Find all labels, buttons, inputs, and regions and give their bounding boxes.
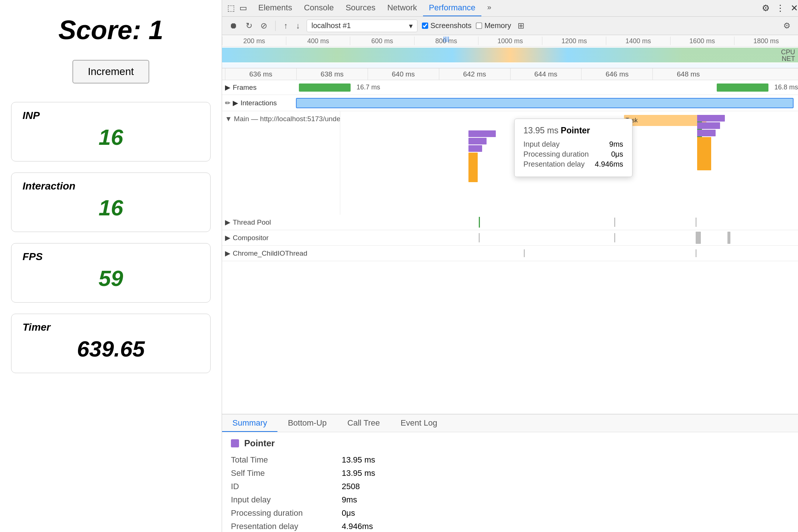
increment-button[interactable]: Increment xyxy=(72,60,150,83)
tooltip-presentation: Presentation delay 4.946ms xyxy=(524,160,623,168)
inp-label: INP xyxy=(23,110,199,122)
interaction-value: 16 xyxy=(23,195,199,221)
flame-purple-1 xyxy=(468,130,496,137)
record-button[interactable]: ⏺ xyxy=(228,20,239,32)
capture-settings-button[interactable]: ⊞ xyxy=(516,20,526,32)
interaction-card: Interaction 16 xyxy=(11,173,211,232)
child-io-tick-1 xyxy=(524,249,525,257)
tab-call-tree[interactable]: Call Tree xyxy=(337,415,390,432)
net-bar xyxy=(222,63,798,68)
memory-checkbox[interactable] xyxy=(476,23,482,29)
compositor-expand-icon[interactable]: ▶ xyxy=(225,233,231,242)
tooltip-processing: Processing duration 0μs xyxy=(524,150,623,158)
child-io-content xyxy=(343,246,795,261)
toolbar-separator xyxy=(275,21,276,31)
thread-pool-tick-2 xyxy=(614,218,615,227)
total-time-key: Total Time xyxy=(231,455,334,465)
tick-600: 600 ms xyxy=(350,37,414,45)
summary-processing-key: Processing duration xyxy=(231,508,334,518)
detail-636: 636 ms xyxy=(225,68,296,80)
summary-content: Pointer Total Time 13.95 ms Self Time 13… xyxy=(222,432,798,532)
tab-elements[interactable]: Elements xyxy=(252,0,298,16)
flame-yellow-2 xyxy=(697,137,711,170)
frame-bar-1 xyxy=(299,83,351,92)
summary-self-time: Self Time 13.95 ms xyxy=(231,468,789,478)
frames-label: ▶ Frames xyxy=(225,83,291,92)
tab-more[interactable]: » xyxy=(481,0,497,16)
score-title: Score: 1 xyxy=(11,15,211,45)
tooltip-type: Pointer xyxy=(561,126,590,135)
bottom-panel: Summary Bottom-Up Call Tree Event Log Po… xyxy=(222,414,798,532)
fps-card: FPS 59 xyxy=(11,243,211,303)
url-dropdown-icon[interactable]: ▾ xyxy=(409,21,413,30)
devtools-toolbar: ⏺ ↻ ⊘ ↑ ↓ localhost #1 ▾ Screenshots Mem… xyxy=(222,17,798,35)
inp-value: 16 xyxy=(23,125,199,150)
perf-settings-button[interactable]: ⚙ xyxy=(782,20,792,32)
left-panel: Score: 1 Increment INP 16 Interaction 16… xyxy=(0,0,222,532)
tooltip-processing-val: 0μs xyxy=(611,150,623,158)
tick-1400: 1400 ms xyxy=(606,37,670,45)
tab-event-log[interactable]: Event Log xyxy=(390,415,447,432)
tab-performance[interactable]: Performance xyxy=(423,0,481,16)
summary-presentation-key: Presentation delay xyxy=(231,522,334,531)
tab-summary[interactable]: Summary xyxy=(222,415,277,432)
screenshots-label: Screenshots xyxy=(430,21,471,30)
thread-pool-content xyxy=(343,215,795,230)
screenshots-checkbox[interactable] xyxy=(422,23,428,29)
self-time-val: 13.95 ms xyxy=(342,468,375,478)
summary-total-time: Total Time 13.95 ms xyxy=(231,455,789,465)
summary-input-delay: Input delay 9ms xyxy=(231,495,789,505)
timeline-overview[interactable]: 200 ms 400 ms 600 ms |||| 800 ms 1000 ms… xyxy=(222,35,798,68)
tick-1800: 1800 ms xyxy=(734,37,798,45)
tab-network[interactable]: Network xyxy=(381,0,423,16)
memory-toggle: Memory xyxy=(477,21,511,30)
interactions-content xyxy=(291,98,798,108)
tab-bottom-up[interactable]: Bottom-Up xyxy=(277,415,337,432)
tick-800: |||| 800 ms xyxy=(414,37,478,45)
thread-pool-tick-3 xyxy=(696,218,696,227)
reload-button[interactable]: ↻ xyxy=(244,20,254,32)
summary-presentation-val: 4.946ms xyxy=(342,522,373,531)
child-io-label[interactable]: ▶ Chrome_ChildIOThread xyxy=(225,249,343,258)
memory-label: Memory xyxy=(484,21,511,30)
tick-400: 400 ms xyxy=(286,37,350,45)
interaction-label: Interaction xyxy=(23,180,199,192)
summary-presentation-delay: Presentation delay 4.946ms xyxy=(231,522,789,531)
flame-purple-2 xyxy=(468,138,487,144)
clear-button[interactable]: ⊘ xyxy=(259,20,269,32)
upload-button[interactable]: ↑ xyxy=(282,20,289,32)
self-time-key: Self Time xyxy=(231,468,334,478)
detail-638: 638 ms xyxy=(296,68,368,80)
more-icon[interactable]: ⋮ xyxy=(776,3,785,13)
settings-icon[interactable]: ⚙ xyxy=(762,3,770,13)
interaction-bar-selected[interactable] xyxy=(296,98,794,108)
inspect-icon[interactable]: ⬚ xyxy=(227,3,235,13)
screenshots-toggle: Screenshots xyxy=(423,21,471,30)
device-icon[interactable]: ▭ xyxy=(239,3,247,13)
compositor-block-2 xyxy=(727,232,730,244)
detail-646: 646 ms xyxy=(581,68,652,80)
close-icon[interactable]: ✕ xyxy=(791,3,798,13)
id-key: ID xyxy=(231,482,334,491)
main-thread-area: ▼ Main — http://localhost:5173/understan… xyxy=(222,111,798,215)
download-button[interactable]: ↓ xyxy=(294,20,301,32)
cpu-bar xyxy=(222,48,798,62)
main-thread-timeline[interactable]: Task 13.95 ms Pointer xyxy=(340,111,798,207)
url-select[interactable]: localhost #1 ▾ xyxy=(307,20,417,32)
tooltip-input-delay-key: Input delay xyxy=(524,140,560,149)
thread-pool-expand-icon[interactable]: ▶ xyxy=(225,218,231,226)
devtools-panel: ⬚ ▭ Elements Console Sources Network Per… xyxy=(222,0,798,532)
tab-console[interactable]: Console xyxy=(298,0,340,16)
interactions-row[interactable]: ✏ ▶ Interactions xyxy=(222,95,798,111)
child-io-tick-2 xyxy=(696,249,696,257)
frames-expand-icon[interactable]: ▶ xyxy=(225,83,231,92)
tooltip-presentation-key: Presentation delay xyxy=(524,160,585,168)
interactions-expand-icon[interactable]: ▶ xyxy=(233,99,238,107)
flame-purple-4 xyxy=(697,115,724,122)
compositor-label[interactable]: ▶ Compositor xyxy=(225,233,343,242)
detail-640: 640 ms xyxy=(368,68,439,80)
summary-processing-duration: Processing duration 0μs xyxy=(231,508,789,518)
child-io-expand-icon[interactable]: ▶ xyxy=(225,249,231,258)
thread-pool-label[interactable]: ▶ Thread Pool xyxy=(225,218,343,226)
tab-sources[interactable]: Sources xyxy=(340,0,381,16)
